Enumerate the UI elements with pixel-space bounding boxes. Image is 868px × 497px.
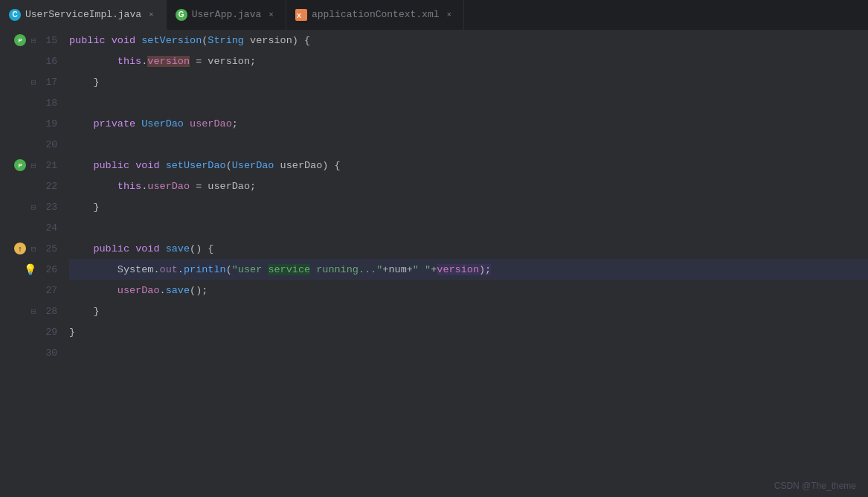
gutter-row-29: 29 [0, 321, 63, 342]
tab-userapp[interactable]: G UserApp.java × [167, 0, 286, 30]
gutter-icon-run-21[interactable]: P [14, 159, 26, 171]
line-num-23: 23 [41, 202, 57, 213]
gutter-row-30: 30 [0, 342, 63, 363]
tab-icon-g: G [176, 9, 187, 21]
gutter-row-18: 18 [0, 92, 63, 113]
code-line-19: private UserDao userDao; [69, 113, 868, 134]
gutter-row-21: P ⊟ 21 [0, 155, 63, 176]
line-num-18: 18 [41, 97, 57, 109]
tab-close-3[interactable]: × [444, 9, 455, 21]
gutter-row-20: 20 [0, 134, 63, 155]
code-line-18 [69, 92, 868, 113]
tab-close-1[interactable]: × [146, 9, 157, 21]
tab-label-2: UserApp.java [192, 9, 262, 20]
fold-icon-15[interactable]: ⊟ [29, 36, 38, 45]
code-line-25: public void save() { [69, 238, 868, 259]
code-line-21: public void setUserDao(UserDao userDao) … [69, 155, 868, 176]
tab-appcontext[interactable]: X applicationContext.xml × [286, 0, 464, 30]
svg-text:P: P [19, 162, 23, 169]
line-num-27: 27 [41, 285, 57, 296]
fold-end-17[interactable]: ⊟ [29, 77, 38, 87]
line-num-25: 25 [41, 243, 57, 254]
line-num-24: 24 [41, 222, 57, 234]
line-num-15: 15 [41, 35, 57, 46]
editor: P ⊟ 15 16 ⊟ 17 18 19 20 P [0, 30, 868, 497]
fold-icon-21[interactable]: ⊟ [29, 161, 38, 170]
svg-text:P: P [19, 37, 23, 44]
line-num-17: 17 [41, 77, 57, 88]
code-line-17: } [69, 71, 868, 92]
line-num-29: 29 [41, 327, 57, 338]
gutter-icon-run-15[interactable]: P [14, 34, 26, 46]
line-num-26: 26 [41, 264, 57, 275]
bulb-icon-26[interactable]: 💡 [24, 263, 36, 276]
code-line-16: this.version = version; [69, 51, 868, 71]
line-num-28: 28 [41, 306, 57, 317]
gutter-row-24: 24 [0, 217, 63, 238]
line-num-21: 21 [41, 160, 57, 171]
code-area[interactable]: public void setVersion(String version) {… [63, 30, 868, 497]
tab-label-1: UserServiceImpl.java [25, 9, 141, 20]
svg-text:X: X [297, 12, 301, 19]
code-line-28: } [69, 301, 868, 321]
code-line-27: userDao.save(); [69, 280, 868, 301]
fold-end-23[interactable]: ⊟ [29, 202, 38, 212]
code-line-24 [69, 217, 868, 238]
line-num-22: 22 [41, 181, 57, 192]
code-line-23: } [69, 196, 868, 217]
tab-bar: C UserServiceImpl.java × G UserApp.java … [0, 0, 868, 30]
gutter-row-23: ⊟ 23 [0, 196, 63, 217]
line-num-20: 20 [41, 139, 57, 150]
gutter-row-28: ⊟ 28 [0, 301, 63, 321]
code-line-15: public void setVersion(String version) { [69, 30, 868, 51]
gutter-row-16: 16 [0, 51, 63, 71]
line-num-30: 30 [41, 347, 57, 359]
gutter-row-19: 19 [0, 113, 63, 134]
fold-icon-25[interactable]: ⊟ [29, 244, 38, 254]
line-num-19: 19 [41, 118, 57, 129]
code-line-29: } [69, 321, 868, 342]
gutter-row-17: ⊟ 17 [0, 71, 63, 92]
code-line-30 [69, 342, 868, 363]
gutter-row-15: P ⊟ 15 [0, 30, 63, 51]
gutter-row-27: 27 [0, 280, 63, 301]
gutter-row-22: 22 [0, 176, 63, 196]
fold-end-28[interactable]: ⊟ [29, 307, 38, 316]
code-line-26: System.out.println("user service running… [69, 259, 868, 280]
line-num-16: 16 [41, 56, 57, 67]
tab-icon-xml: X [295, 9, 307, 21]
tab-userserviceimpl[interactable]: C UserServiceImpl.java × [0, 0, 167, 30]
gutter: P ⊟ 15 16 ⊟ 17 18 19 20 P [0, 30, 63, 497]
gutter-row-26: 💡 26 [0, 259, 63, 280]
code-line-20 [69, 134, 868, 155]
tab-label-3: applicationContext.xml [312, 9, 440, 20]
gutter-row-25: ↑ ⊟ 25 [0, 238, 63, 259]
tab-close-2[interactable]: × [266, 9, 277, 21]
tab-icon-c: C [9, 9, 21, 21]
code-line-22: this.userDao = userDao; [69, 176, 868, 196]
gutter-icon-arrow-25[interactable]: ↑ [14, 243, 26, 254]
watermark: CSDN @The_theme [774, 481, 856, 491]
